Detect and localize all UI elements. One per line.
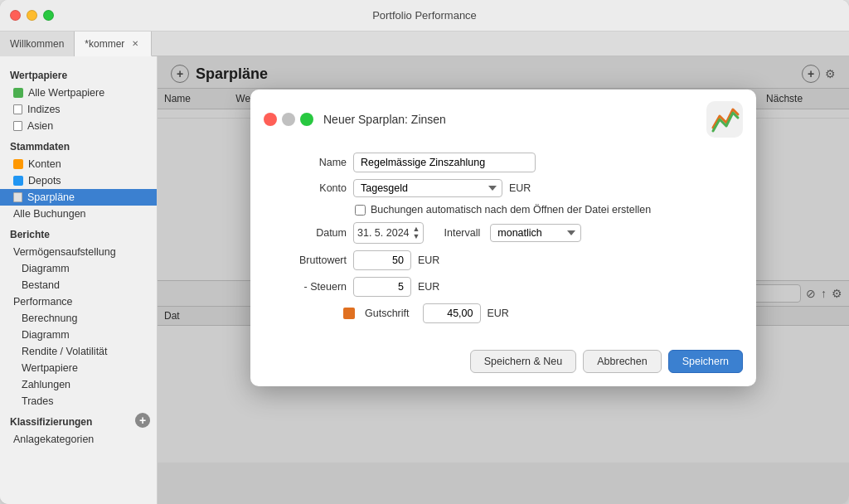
sidebar-section-klassifizierungen-row: Klassifizierungen +: [0, 410, 157, 431]
sidebar-item-konten[interactable]: Konten: [0, 156, 157, 172]
sidebar-item-wertpapiere[interactable]: Wertpapiere: [0, 360, 157, 376]
minimize-btn[interactable]: [27, 10, 37, 21]
checkbox-row: Buchungen automatisch nach dem Öffnen de…: [355, 204, 743, 216]
steuern-input[interactable]: [353, 277, 411, 297]
sidebar-item-asien[interactable]: Asien: [0, 118, 157, 134]
close-btn[interactable]: [10, 10, 21, 21]
cancel-button[interactable]: Abbrechen: [583, 350, 661, 373]
sidebar-item-bestand[interactable]: Bestand: [0, 277, 157, 293]
sidebar-item-zahlungen[interactable]: Zahlungen: [0, 376, 157, 393]
konto-select[interactable]: Tagesgeld: [353, 179, 502, 197]
datum-label: Datum: [264, 227, 347, 239]
dialog-title: Neuer Sparplan: Zinsen: [323, 113, 446, 126]
sidebar-item-alle-buchungen[interactable]: Alle Buchungen: [0, 206, 157, 222]
sidebar-item-vermogensaufstellung[interactable]: Vermögensaufstellung: [0, 244, 157, 260]
main-content: Wertpapiere Alle Wertpapiere Indizes Asi…: [0, 56, 849, 504]
tab-willkommen[interactable]: Willkommen: [0, 32, 75, 56]
window-title: Portfolio Performance: [372, 9, 477, 22]
sidebar: Wertpapiere Alle Wertpapiere Indizes Asi…: [0, 56, 158, 504]
tab-close-icon[interactable]: ✕: [129, 38, 141, 50]
dialog-overlay: Neuer Sparplan: Zinsen Name: [158, 56, 849, 504]
app-logo: [706, 101, 743, 138]
sidebar-item-sparplane[interactable]: Sparpläne: [0, 189, 157, 206]
sidebar-item-indizes[interactable]: Indizes: [0, 101, 157, 118]
main-window: Portfolio Performance Willkommen *kommer…: [0, 0, 849, 504]
sidebar-item-depots[interactable]: Depots: [0, 172, 157, 189]
file-icon: [13, 121, 22, 131]
konto-label: Konto: [264, 182, 347, 194]
window-controls: [10, 10, 54, 21]
dialog-dots: [264, 113, 313, 126]
sidebar-item-diagramm-1[interactable]: Diagramm: [0, 260, 157, 277]
bruttowert-input[interactable]: [353, 250, 411, 270]
tabs-bar: Willkommen *kommer ✕: [0, 32, 849, 56]
dialog-header: Neuer Sparplan: Zinsen: [250, 90, 756, 146]
sidebar-item-alle-wertpapiere[interactable]: Alle Wertpapiere: [0, 85, 157, 101]
gutschrift-input[interactable]: [423, 303, 481, 323]
sidebar-item-berechnung[interactable]: Berechnung: [0, 310, 157, 327]
auto-buchung-checkbox[interactable]: [355, 205, 366, 216]
sidebar-section-stammdaten: Stammdaten: [0, 134, 157, 156]
intervall-select[interactable]: monatlich wöchentlich jährlich: [490, 224, 581, 242]
sidebar-item-trades[interactable]: Trades: [0, 393, 157, 410]
steuern-label: - Steuern: [264, 281, 347, 293]
date-stepper: ▲ ▼: [413, 225, 420, 240]
konto-currency: EUR: [509, 182, 531, 194]
maximize-btn[interactable]: [43, 10, 54, 21]
dot-green: [300, 113, 313, 126]
content-area: + Sparpläne + ⚙ Name Wertpapier: [158, 56, 849, 504]
sidebar-section-wertpapiere: Wertpapiere: [0, 63, 157, 85]
name-input[interactable]: [353, 153, 536, 172]
dialog: Neuer Sparplan: Zinsen Name: [250, 90, 756, 386]
blue-square-icon: [13, 176, 23, 186]
steuern-row: - Steuern EUR: [264, 277, 743, 297]
konto-row: Konto Tagesgeld EUR: [264, 179, 743, 197]
sidebar-item-rendite[interactable]: Rendite / Volatilität: [0, 343, 157, 360]
sidebar-item-anlagekategorien[interactable]: Anlagekategorien: [0, 431, 157, 448]
save-button[interactable]: Speichern: [668, 350, 743, 373]
konto-select-wrap: Tagesgeld EUR: [353, 179, 531, 197]
date-down-button[interactable]: ▼: [413, 233, 420, 240]
save-new-button[interactable]: Speichern & Neu: [470, 350, 577, 373]
name-row: Name: [264, 153, 743, 172]
sidebar-item-diagramm-2[interactable]: Diagramm: [0, 327, 157, 343]
dialog-footer: Speichern & Neu Abbrechen Speichern: [250, 343, 756, 386]
sidebar-section-klassifizierungen: Klassifizierungen: [0, 410, 102, 431]
bruttowert-currency: EUR: [418, 254, 439, 266]
bruttowert-label: Bruttowert: [264, 254, 347, 266]
checkbox-label: Buchungen automatisch nach dem Öffnen de…: [371, 204, 651, 216]
intervall-label: Intervall: [444, 227, 480, 239]
titlebar: Portfolio Performance: [0, 0, 849, 32]
tab-kommer[interactable]: *kommer ✕: [75, 32, 152, 56]
sidebar-item-performance[interactable]: Performance: [0, 293, 157, 310]
green-square-icon: [13, 88, 23, 98]
dot-red: [264, 113, 277, 126]
bruttowert-row: Bruttowert EUR: [264, 250, 743, 270]
sidebar-section-berichte: Berichte: [0, 222, 157, 244]
dot-gray: [282, 113, 295, 126]
name-label: Name: [264, 157, 347, 168]
date-input-wrap: 31. 5. 2024 ▲ ▼: [353, 222, 424, 244]
orange-square-icon: [13, 159, 23, 169]
klassifizierungen-add-button[interactable]: +: [135, 413, 150, 428]
datum-intervall-row: Datum 31. 5. 2024 ▲ ▼ Intervall monatli: [264, 222, 743, 244]
file-gray-icon: [13, 192, 22, 202]
file-icon: [13, 104, 22, 114]
date-value: 31. 5. 2024: [357, 227, 410, 239]
dialog-body: Name Konto Tagesgeld EUR: [250, 146, 756, 343]
gutschrift-row: Gutschrift EUR: [264, 303, 743, 323]
gutschrift-label: Gutschrift: [365, 308, 410, 319]
gutschrift-icon: [343, 308, 355, 319]
gutschrift-currency: EUR: [488, 308, 509, 319]
steuern-currency: EUR: [418, 281, 439, 293]
